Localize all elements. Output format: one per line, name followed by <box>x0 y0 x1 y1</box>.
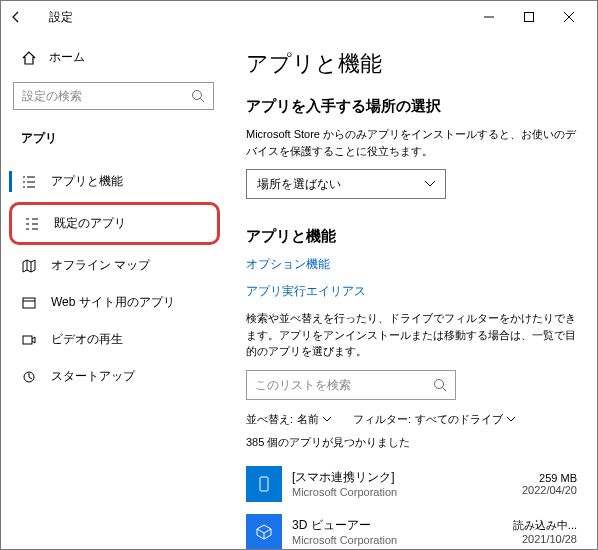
apps-section-desc: 検索や並べ替えを行ったり、ドライブでフィルターをかけたりできます。アプリをアンイ… <box>246 310 577 360</box>
nav-label: 既定のアプリ <box>54 215 126 232</box>
nav-video[interactable]: ビデオの再生 <box>9 321 226 358</box>
app-alias-link[interactable]: アプリ実行エイリアス <box>246 283 577 300</box>
nav-label: スタートアップ <box>51 368 135 385</box>
maximize-button[interactable] <box>509 3 549 31</box>
chevron-down-icon <box>425 181 435 187</box>
home-label: ホーム <box>49 49 85 66</box>
sidebar: ホーム アプリ アプリと機能 既定のアプリ <box>1 33 226 549</box>
content: ホーム アプリ アプリと機能 既定のアプリ <box>1 33 597 549</box>
page-heading: アプリと機能 <box>246 49 577 79</box>
nav-web-apps[interactable]: Web サイト用のアプリ <box>9 284 226 321</box>
app-row[interactable]: [スマホ連携リンク] Microsoft Corporation 259 MB … <box>246 460 577 508</box>
nav-label: アプリと機能 <box>51 173 123 190</box>
app-date: 2022/04/20 <box>522 484 577 496</box>
sort-filter-row: 並べ替え: 名前 フィルター: すべてのドライブ <box>246 412 577 427</box>
source-dropdown[interactable]: 場所を選ばない <box>246 169 446 199</box>
svg-line-11 <box>443 387 447 391</box>
app-row[interactable]: 3D ビューアー Microsoft Corporation 読み込み中... … <box>246 508 577 550</box>
nav-label: オフライン マップ <box>51 257 150 274</box>
apps-section-title: アプリと機能 <box>246 227 577 246</box>
chevron-down-icon <box>507 417 515 422</box>
app-count: 385 個のアプリが見つかりました <box>246 435 577 450</box>
nav-apps-features[interactable]: アプリと機能 <box>9 163 226 200</box>
app-name: 3D ビューアー <box>292 517 503 534</box>
app-size: 読み込み中... <box>513 518 577 533</box>
list-icon <box>21 174 37 190</box>
app-icon <box>246 466 282 502</box>
filter-input[interactable] <box>255 378 433 392</box>
source-section-desc: Microsoft Store からのみアプリをインストールすると、お使いのデバ… <box>246 126 577 159</box>
svg-rect-6 <box>23 336 32 344</box>
web-icon <box>21 295 37 311</box>
app-publisher: Microsoft Corporation <box>292 534 503 546</box>
svg-rect-1 <box>525 13 534 22</box>
nav-list: アプリと機能 既定のアプリ オフライン マップ <box>9 163 226 395</box>
nav-startup[interactable]: スタートアップ <box>9 358 226 395</box>
svg-point-10 <box>435 379 444 388</box>
close-button[interactable] <box>549 3 589 31</box>
nav-label: ビデオの再生 <box>51 331 123 348</box>
app-date: 2021/10/28 <box>513 533 577 545</box>
back-button[interactable] <box>9 10 33 24</box>
app-name: [スマホ連携リンク] <box>292 469 512 486</box>
video-icon <box>21 332 37 348</box>
defaults-icon <box>24 216 40 232</box>
search-icon <box>433 378 447 392</box>
sort-control[interactable]: 並べ替え: 名前 <box>246 412 331 427</box>
main-panel: アプリと機能 アプリを入手する場所の選択 Microsoft Store からの… <box>226 33 597 549</box>
map-icon <box>21 258 37 274</box>
source-section-title: アプリを入手する場所の選択 <box>246 97 577 116</box>
search-icon <box>191 89 205 103</box>
search-box[interactable] <box>13 82 214 110</box>
svg-rect-4 <box>23 298 35 308</box>
svg-rect-12 <box>260 477 268 491</box>
titlebar: 設定 <box>1 1 597 33</box>
svg-line-9 <box>29 377 32 379</box>
home-button[interactable]: ホーム <box>9 41 226 74</box>
minimize-button[interactable] <box>469 3 509 31</box>
nav-offline-maps[interactable]: オフライン マップ <box>9 247 226 284</box>
window-title: 設定 <box>49 9 73 26</box>
svg-line-3 <box>201 99 205 103</box>
search-input[interactable] <box>22 89 191 103</box>
category-label: アプリ <box>9 122 226 155</box>
highlight-annotation: 既定のアプリ <box>9 202 220 245</box>
chevron-down-icon <box>323 417 331 422</box>
dropdown-value: 場所を選ばない <box>257 176 341 193</box>
app-icon <box>246 514 282 550</box>
window-controls <box>469 3 589 31</box>
home-icon <box>21 50 37 66</box>
app-size: 259 MB <box>522 472 577 484</box>
nav-label: Web サイト用のアプリ <box>51 294 175 311</box>
startup-icon <box>21 369 37 385</box>
filter-control[interactable]: フィルター: すべてのドライブ <box>353 412 515 427</box>
filter-search-box[interactable] <box>246 370 456 400</box>
settings-window: 設定 ホーム アプリ アプリと機能 <box>0 0 598 550</box>
optional-features-link[interactable]: オプション機能 <box>246 256 577 273</box>
app-publisher: Microsoft Corporation <box>292 486 512 498</box>
nav-default-apps[interactable]: 既定のアプリ <box>12 205 217 242</box>
svg-point-2 <box>193 91 202 100</box>
